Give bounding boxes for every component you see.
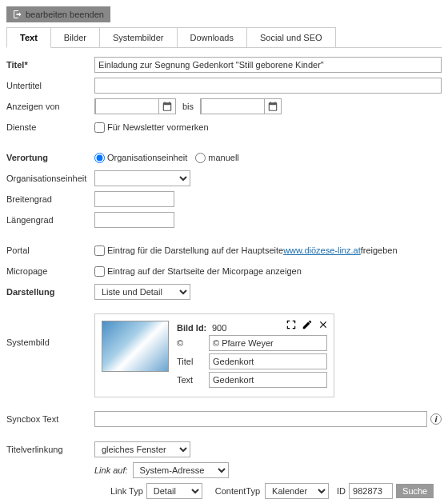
dienste-label: Dienste <box>6 122 94 132</box>
orgunit-label: Organisationseinheit <box>6 174 94 183</box>
contenttyp-select[interactable]: Kalender <box>265 483 329 499</box>
laengengrad-input[interactable] <box>94 212 174 228</box>
bild-text-label: Text <box>177 375 209 385</box>
calendar-icon[interactable] <box>267 101 278 112</box>
titel-input[interactable] <box>94 57 442 73</box>
untertitel-label: Untertitel <box>6 81 94 90</box>
orgunit-select[interactable] <box>94 170 190 186</box>
portal-text1: Eintrag für die Darstellung auf der Haup… <box>107 246 283 255</box>
calendar-icon[interactable] <box>162 101 173 112</box>
darstellung-select[interactable]: Liste und Detail <box>94 284 190 300</box>
id-label: ID <box>337 486 346 496</box>
verortung-manuell-radio[interactable] <box>195 153 206 163</box>
bild-titel-input[interactable] <box>209 353 327 369</box>
micropage-label: Micropage <box>6 266 94 276</box>
titelverlinkung-label: Titelverlinkung <box>6 445 94 454</box>
verortung-org-radio[interactable] <box>94 153 105 163</box>
tab-social[interactable]: Social und SEO <box>246 27 336 47</box>
portal-link[interactable]: www.diözese-linz.at <box>283 246 361 255</box>
bild-titel-label: Titel <box>177 357 209 366</box>
breitengrad-label: Breitengrad <box>6 194 94 204</box>
newsletter-label: Für Newsletter vormerken <box>107 122 209 132</box>
date-to-wrap <box>200 98 282 114</box>
systembild-thumbnail[interactable] <box>102 321 169 372</box>
portal-checkbox[interactable] <box>94 246 105 256</box>
verortung-org-label: Organisationseinheit <box>107 153 187 162</box>
suche-button[interactable]: Suche <box>396 484 434 498</box>
info-icon[interactable]: i <box>430 413 442 425</box>
anzeigen-von-label: Anzeigen von <box>6 102 94 111</box>
date-to-input[interactable] <box>201 98 265 114</box>
darstellung-label: Darstellung <box>6 287 94 297</box>
laengengrad-label: Längengrad <box>6 215 94 225</box>
syncbox-label: Syncbox Text <box>6 414 94 424</box>
exit-icon <box>13 10 22 19</box>
verortung-manuell-label: manuell <box>208 153 239 162</box>
systembild-label: Systembild <box>6 337 94 347</box>
fullscreen-icon[interactable] <box>286 319 297 330</box>
verortung-label: Verortung <box>6 153 94 162</box>
tab-text[interactable]: Text <box>6 27 51 48</box>
bild-id-label: Bild Id: <box>177 323 209 333</box>
linkauf-select[interactable]: System-Adresse <box>133 462 229 478</box>
id-input[interactable] <box>349 483 393 499</box>
bild-id-value: 900 <box>212 323 244 333</box>
linkauf-label: Link auf: <box>94 465 128 475</box>
portal-text2: freigeben <box>361 246 398 255</box>
close-icon[interactable] <box>318 319 329 330</box>
portal-label: Portal <box>6 246 94 255</box>
systembild-box: Bild Id: 900 © Titel Text <box>94 313 334 397</box>
bild-text-input[interactable] <box>209 372 327 388</box>
linktyp-label: Link Typ <box>110 486 143 496</box>
exit-label: bearbeiten beenden <box>26 10 104 19</box>
tab-systembilder[interactable]: Systembilder <box>99 27 178 47</box>
date-from-input[interactable] <box>95 98 159 114</box>
bis-label: bis <box>182 102 194 111</box>
exit-edit-button[interactable]: bearbeiten beenden <box>6 6 110 22</box>
copyright-input[interactable] <box>209 335 327 351</box>
titelverlinkung-select[interactable]: gleiches Fenster <box>94 441 190 457</box>
tab-bar: Text Bilder Systembilder Downloads Socia… <box>6 27 442 48</box>
tab-downloads[interactable]: Downloads <box>177 27 247 47</box>
titel-label: Titel* <box>6 60 94 70</box>
breitengrad-input[interactable] <box>94 191 174 207</box>
date-from-wrap <box>94 98 176 114</box>
micropage-checkbox[interactable] <box>94 266 105 277</box>
untertitel-input[interactable] <box>94 78 442 94</box>
newsletter-checkbox[interactable] <box>94 122 105 133</box>
micropage-text: Eintrag auf der Startseite der Micorpage… <box>107 266 302 276</box>
tab-bilder[interactable]: Bilder <box>50 27 100 47</box>
edit-icon[interactable] <box>302 319 313 330</box>
syncbox-input[interactable] <box>94 411 427 427</box>
contenttyp-label: ContentTyp <box>215 486 260 496</box>
linktyp-select[interactable]: Detail <box>146 483 202 499</box>
copyright-label: © <box>177 338 209 348</box>
